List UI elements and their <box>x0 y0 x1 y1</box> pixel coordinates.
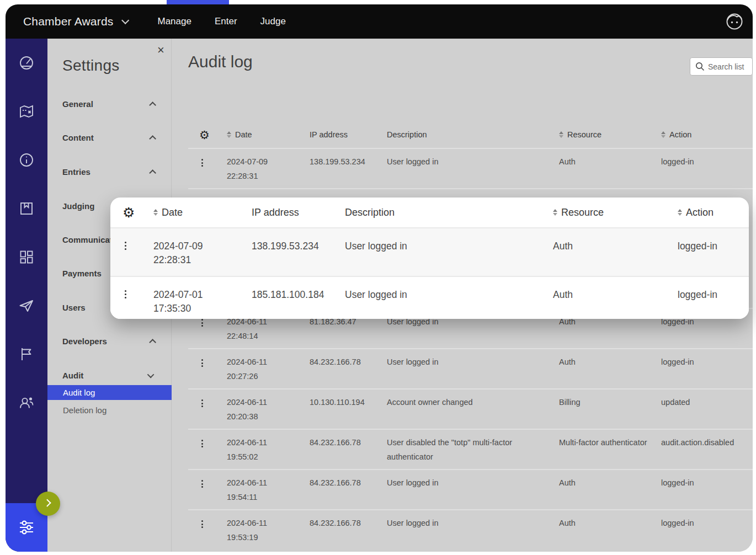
brand-menu[interactable]: Chamber Awards <box>23 15 127 28</box>
chevron-right-icon <box>44 499 51 507</box>
users-icon <box>19 395 34 410</box>
kebab-icon[interactable] <box>199 478 207 490</box>
section-audit[interactable]: Audit <box>62 370 154 381</box>
chevron-up-icon <box>149 135 156 142</box>
kebab-icon[interactable] <box>123 239 130 252</box>
table-row[interactable]: 2024-06-1119:54:11 84.232.166.78 User lo… <box>188 469 753 509</box>
kebab-icon[interactable] <box>123 288 130 301</box>
brand-name: Chamber Awards <box>23 15 114 28</box>
blocks-icon <box>19 249 34 265</box>
table-row[interactable]: 2024-07-0117:35:30 185.181.100.184 User … <box>110 276 749 319</box>
send-icon <box>19 298 34 313</box>
sidebar-item-audit-log[interactable]: Audit log <box>47 385 172 400</box>
tab-manage[interactable]: Manage <box>158 16 191 27</box>
flag-icon <box>19 346 34 362</box>
rail-item-users[interactable] <box>19 395 34 410</box>
section-general[interactable]: General <box>62 98 154 109</box>
table-row[interactable]: 2024-06-1119:53:19 84.232.166.78 User lo… <box>188 509 753 552</box>
sort-icon <box>153 209 158 216</box>
column-header-resource[interactable]: Resource <box>553 207 678 218</box>
kebab-icon[interactable] <box>199 518 207 530</box>
chevron-down-icon <box>121 17 129 24</box>
section-entries[interactable]: Entries <box>62 166 154 177</box>
gauge-icon <box>19 55 34 71</box>
column-header-description: Description <box>387 130 559 139</box>
close-icon[interactable]: × <box>157 44 164 56</box>
chevron-down-icon <box>147 371 155 378</box>
table-row[interactable]: 2024-07-0922:28:31 138.199.53.234 User l… <box>110 227 749 276</box>
column-header-description: Description <box>345 207 553 218</box>
audit-log-table: ⚙ Date IP address Description Resource <box>188 121 753 552</box>
kebab-icon[interactable] <box>199 397 207 409</box>
column-header-ip: IP address <box>310 130 387 139</box>
column-header-date[interactable]: Date <box>153 207 252 218</box>
settings-sliders-icon <box>18 519 35 536</box>
overlay-header-row: ⚙ Date IP address Description Resource A… <box>110 198 749 227</box>
info-icon <box>19 152 34 168</box>
top-bar: Chamber Awards Manage Enter Judge <box>6 4 753 39</box>
gear-icon[interactable]: ⚙ <box>199 129 210 141</box>
column-header-action[interactable]: Action <box>678 207 749 218</box>
rail-item-gauge[interactable] <box>19 55 34 71</box>
tab-judge[interactable]: Judge <box>260 16 286 27</box>
table-header-row: ⚙ Date IP address Description Resource <box>188 121 753 148</box>
kebab-icon[interactable] <box>199 437 207 450</box>
sort-icon <box>661 131 666 138</box>
chevron-up-icon <box>149 102 156 109</box>
table-row[interactable]: 2024-06-1120:27:26 84.232.166.78 User lo… <box>188 348 753 388</box>
gear-icon[interactable]: ⚙ <box>123 206 135 220</box>
expand-panel-button[interactable] <box>36 492 60 516</box>
search-box <box>690 57 753 76</box>
column-header-ip: IP address <box>252 207 345 218</box>
rail-item-info[interactable] <box>19 152 34 168</box>
table-row[interactable]: 2024-06-1120:20:38 10.130.110.194 Accoun… <box>188 388 753 429</box>
section-content[interactable]: Content <box>62 132 154 143</box>
section-developers[interactable]: Developers <box>62 335 154 346</box>
rail-item-flag[interactable] <box>19 346 34 362</box>
column-header-action[interactable]: Action <box>661 130 753 139</box>
map-icon <box>19 104 34 119</box>
kebab-icon[interactable] <box>199 157 207 169</box>
rail-item-blocks[interactable] <box>19 249 34 265</box>
sort-icon <box>553 209 557 216</box>
chevron-up-icon <box>149 339 156 346</box>
table-row[interactable]: 2024-06-1119:55:02 84.232.166.78 User di… <box>188 429 753 469</box>
sidebar-icon-rail <box>6 39 47 552</box>
table-row[interactable]: 2024-07-0922:28:31 138.199.53.234 User l… <box>188 148 753 188</box>
column-header-date[interactable]: Date <box>227 130 310 139</box>
sort-icon <box>227 131 231 138</box>
search-icon <box>695 62 705 71</box>
sidebar-item-deletion-log[interactable]: Deletion log <box>63 404 107 416</box>
page-title: Audit log <box>188 52 253 71</box>
column-header-resource[interactable]: Resource <box>559 130 661 139</box>
rail-item-map[interactable] <box>19 104 34 119</box>
face-icon <box>725 12 744 31</box>
search-input[interactable] <box>708 62 750 71</box>
bookmark-icon <box>19 201 34 216</box>
sort-icon <box>678 209 682 216</box>
magnified-table-card: ⚙ Date IP address Description Resource A… <box>110 198 749 319</box>
kebab-icon[interactable] <box>199 357 207 369</box>
account-avatar-button[interactable] <box>725 12 744 31</box>
chevron-up-icon <box>149 169 156 177</box>
tab-enter[interactable]: Enter <box>215 16 237 27</box>
rail-item-bookmark[interactable] <box>19 201 34 216</box>
rail-item-send[interactable] <box>19 298 34 313</box>
sort-icon <box>559 131 563 138</box>
top-nav: Manage Enter Judge <box>158 16 286 27</box>
settings-title: Settings <box>62 57 120 74</box>
